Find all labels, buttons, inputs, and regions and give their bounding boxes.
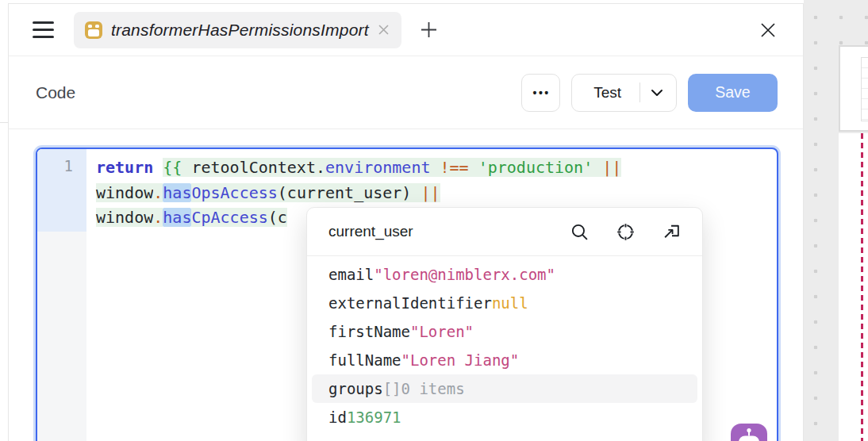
code-line: return {{ retoolContext.environment !== …: [96, 155, 777, 181]
save-button[interactable]: Save: [688, 74, 778, 112]
editor-gutter: 1: [37, 149, 86, 441]
background-table: [861, 57, 868, 121]
test-button-label: Test: [572, 84, 639, 102]
overflow-menu-button[interactable]: •••: [521, 74, 560, 112]
tab-title: transformerHasPermissionsImport: [111, 21, 369, 40]
app-canvas: [804, 0, 868, 441]
background-table-panel: [839, 45, 868, 132]
code-token: .: [153, 183, 163, 202]
entry-suffix: 0 items: [401, 380, 465, 397]
code-token: OpsAccess: [191, 183, 277, 202]
entry-value: null: [492, 294, 528, 312]
object-entry-fullName[interactable]: fullName "Loren Jiang": [312, 346, 697, 374]
code-token: [430, 158, 440, 177]
code-token: 'production': [478, 158, 593, 177]
entry-value: "loren@nimblerx.com": [374, 266, 555, 283]
entry-value: []: [383, 380, 401, 397]
selection-guide-line: [861, 133, 863, 441]
inspector-title: current_user: [328, 223, 570, 240]
open-in-new-icon[interactable]: [662, 222, 682, 242]
object-entry-firstName[interactable]: firstName "Loren": [312, 317, 697, 346]
object-entry-groups[interactable]: groups [] 0 items: [312, 374, 697, 403]
code-line: window.hasOpsAccess(current_user) ||: [96, 181, 777, 206]
inspector-header: current_user: [307, 208, 702, 256]
editor-header: Code ••• Test Save: [9, 56, 803, 129]
entry-key: groups: [328, 380, 383, 397]
code-token: [593, 158, 602, 177]
entry-key: firstName: [328, 323, 410, 340]
tab-close-icon[interactable]: [377, 23, 390, 36]
code-token: [411, 183, 421, 202]
entry-key: email: [328, 266, 374, 283]
code-token: has: [163, 183, 191, 202]
code-token: window: [96, 208, 153, 227]
entry-key: id: [328, 408, 347, 426]
query-editor-window: transformerHasPermissionsImport Code •••…: [8, 3, 804, 441]
new-tab-button[interactable]: [417, 18, 441, 42]
canvas-edge-line: [0, 122, 8, 123]
code-token: retoolContext: [191, 158, 316, 177]
code-token: window: [96, 183, 153, 202]
entry-key: fullName: [328, 351, 401, 369]
screen: transformerHasPermissionsImport Code •••…: [0, 0, 868, 441]
entry-value: "Loren": [410, 323, 474, 340]
code-token: [469, 158, 478, 177]
crosshair-icon[interactable]: [616, 222, 636, 242]
code-token: (c: [268, 208, 287, 227]
code-token: environment: [325, 158, 430, 177]
code-token: {{: [163, 158, 191, 177]
chevron-down-icon[interactable]: [640, 89, 676, 97]
object-entry-email[interactable]: email "loren@nimblerx.com": [312, 260, 697, 289]
code-token: ||: [602, 158, 621, 177]
object-entry-id[interactable]: id 136971: [312, 403, 697, 431]
search-icon[interactable]: [570, 222, 590, 242]
background-panel: [839, 133, 868, 441]
inspector-rows: email "loren@nimblerx.com"externalIdenti…: [307, 256, 702, 431]
code-token: ||: [421, 183, 440, 202]
window-close-icon[interactable]: [755, 17, 781, 43]
variable-inspector-popup: current_user: [306, 207, 703, 441]
assistant-bot-button[interactable]: [731, 424, 767, 441]
page-title: Code: [36, 83, 75, 102]
inspector-actions: [570, 222, 682, 242]
transformer-icon: [85, 21, 102, 39]
hamburger-icon[interactable]: [33, 21, 54, 38]
robot-icon: [735, 428, 762, 441]
line-number: 1: [37, 149, 86, 174]
code-token: [153, 158, 163, 177]
entry-value: 136971: [347, 408, 401, 426]
code-token: .: [316, 158, 325, 177]
entry-key: externalIdentifier: [328, 294, 492, 312]
code-token: !==: [440, 158, 469, 177]
code-token: return: [96, 158, 153, 177]
code-token: (current_user): [278, 183, 412, 202]
entry-value: "Loren Jiang": [401, 351, 520, 369]
tab-bar: transformerHasPermissionsImport: [9, 4, 803, 56]
tab-transformer[interactable]: transformerHasPermissionsImport: [74, 12, 401, 48]
object-entry-externalIdentifier[interactable]: externalIdentifier null: [312, 289, 697, 317]
code-token: CpAccess: [191, 208, 267, 227]
code-token: .: [153, 208, 163, 227]
code-token: has: [163, 208, 191, 227]
test-button[interactable]: Test: [571, 74, 677, 112]
